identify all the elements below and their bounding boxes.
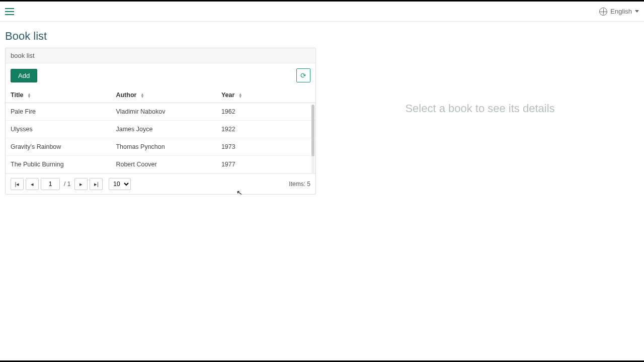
globe-icon <box>599 8 607 16</box>
page-title: Book list <box>5 30 316 43</box>
language-label: English <box>610 8 632 15</box>
menu-icon[interactable] <box>5 8 14 15</box>
table-row[interactable]: Gravity's Rainbow Thomas Pynchon 1973 <box>6 138 315 156</box>
sort-icon: ▲▼ <box>27 93 31 98</box>
sort-icon: ▲▼ <box>238 93 243 98</box>
book-list-panel: book list Add ⟳ Title ▲▼ <box>5 48 316 195</box>
page-size-select[interactable]: 10 <box>109 178 131 190</box>
prev-page-button[interactable]: ◂ <box>26 178 39 190</box>
table-row[interactable]: Pale Fire Vladimir Nabokov 1962 <box>6 103 315 121</box>
table-row[interactable]: The Public Burning Robert Coover 1977 <box>6 156 315 173</box>
details-placeholder: Select a book to see its details <box>405 102 554 115</box>
page-input[interactable] <box>41 178 60 190</box>
first-page-button[interactable]: |◂ <box>11 178 24 190</box>
table-row[interactable]: Ulysses James Joyce 1922 <box>6 121 315 138</box>
scrollbar-thumb[interactable] <box>311 105 314 156</box>
sort-icon: ▲▼ <box>140 93 144 98</box>
refresh-button[interactable]: ⟳ <box>296 68 310 82</box>
page-total: / 1 <box>64 180 70 188</box>
book-table: Title ▲▼ Author ▲▼ Year ▲▼ <box>6 87 315 173</box>
chevron-down-icon <box>635 10 639 13</box>
refresh-icon: ⟳ <box>300 71 306 79</box>
column-header-title[interactable]: Title ▲▼ <box>6 87 111 103</box>
language-selector[interactable]: English <box>599 8 639 16</box>
vertical-scrollbar[interactable] <box>311 105 314 173</box>
column-header-author[interactable]: Author ▲▼ <box>111 87 216 103</box>
items-count: Items: 5 <box>289 180 310 188</box>
column-header-year[interactable]: Year ▲▼ <box>216 87 315 103</box>
next-page-button[interactable]: ▸ <box>74 178 88 190</box>
panel-header: book list <box>6 48 315 63</box>
last-page-button[interactable]: ▸| <box>90 178 103 190</box>
add-button[interactable]: Add <box>11 69 37 82</box>
